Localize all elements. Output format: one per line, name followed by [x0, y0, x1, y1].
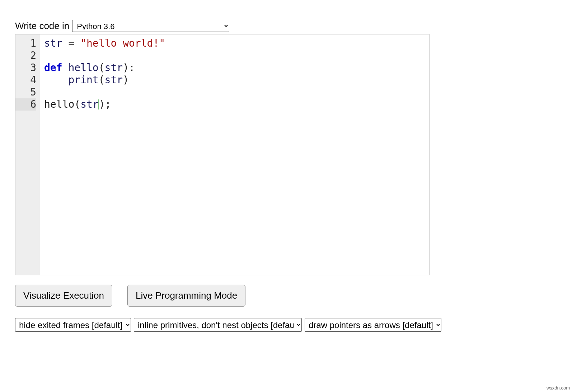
language-select[interactable]: Python 3.6	[72, 20, 229, 32]
frames-option-select[interactable]: hide exited frames [default]	[15, 318, 131, 332]
text-cursor	[98, 99, 99, 109]
code-token	[62, 37, 69, 49]
code-token: (	[74, 98, 80, 110]
code-editor[interactable]: 123456 str = "hello world!"def hello(str…	[15, 34, 430, 275]
code-token: def	[44, 62, 62, 74]
code-token: str	[105, 62, 123, 74]
code-line: print(str)	[44, 74, 426, 86]
line-number: 2	[15, 50, 36, 62]
code-line	[44, 50, 426, 62]
line-number: 1	[15, 37, 36, 50]
button-row: Visualize Execution Live Programming Mod…	[15, 285, 557, 307]
line-number-gutter: 123456	[15, 34, 40, 275]
visualize-execution-button[interactable]: Visualize Execution	[15, 285, 112, 307]
line-number: 6	[15, 98, 36, 111]
pointers-option-select[interactable]: draw pointers as arrows [default]	[305, 318, 441, 332]
code-token: "hello world!"	[80, 37, 165, 49]
header-row: Write code in Python 3.6	[15, 20, 557, 32]
code-token: str	[80, 98, 99, 110]
code-token	[62, 62, 69, 74]
code-token: (	[99, 62, 105, 74]
code-token	[74, 37, 80, 49]
code-token: print	[68, 74, 98, 86]
write-code-label: Write code in	[15, 20, 69, 32]
code-token: hello	[68, 62, 98, 74]
code-area[interactable]: str = "hello world!"def hello(str): prin…	[40, 34, 429, 275]
live-programming-button[interactable]: Live Programming Mode	[127, 285, 245, 307]
code-token: =	[68, 37, 74, 49]
code-token: ):	[123, 62, 135, 74]
code-token: (	[99, 74, 105, 86]
code-token: )	[123, 74, 129, 86]
code-token: str	[105, 74, 123, 86]
line-number: 5	[15, 86, 36, 98]
code-token: str	[44, 37, 62, 49]
code-line: hello(str);	[44, 98, 426, 111]
primitives-option-select[interactable]: inline primitives, don't nest objects [d…	[134, 318, 302, 332]
code-line	[44, 86, 426, 98]
code-token: );	[99, 98, 111, 110]
line-number: 3	[15, 62, 36, 74]
code-token: hello	[44, 98, 74, 110]
code-token	[44, 74, 68, 86]
options-row: hide exited frames [default] inline prim…	[15, 318, 557, 332]
code-line: str = "hello world!"	[44, 37, 426, 50]
line-number: 4	[15, 74, 36, 86]
code-line: def hello(str):	[44, 62, 426, 74]
